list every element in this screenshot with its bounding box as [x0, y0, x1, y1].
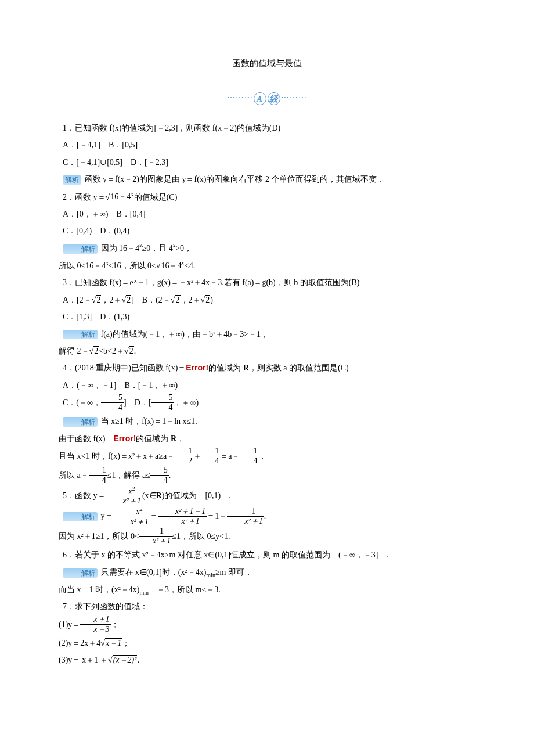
error-text: Error!	[114, 434, 136, 443]
exercise-page: 函数的值域与最值 ⋯⋯⋯A级⋯⋯⋯ 1．已知函数 f(x)的值域为[－2,3]，…	[0, 0, 534, 704]
q2-stem: 2．函数 y＝√16－4x的值域是(C)	[46, 188, 488, 206]
q6-stem: 6．若关于 x 的不等式 x²－4x≥m 对任意 x∈(0,1]恒成立，则 m …	[46, 546, 488, 563]
q1-solution-text: 函数 y＝f(x－2)的图象是由 y＝f(x)的图象向右平移 2 个单位而得到的…	[82, 175, 385, 183]
q2-opt-ab: A．[0，＋∞) B．[0,4]	[46, 206, 488, 222]
q4-ans-line2: 由于函数 f(x)＝Error!的值域为 R，	[46, 430, 488, 447]
q1-answer: 解析 函数 y＝f(x－2)的图象是由 y＝f(x)的图象向右平移 2 个单位而…	[46, 171, 488, 188]
q2-ans-line2: 所以 0≤16－4x<16，所以 0≤√16－4x<4.	[46, 257, 488, 274]
level-badge: ⋯⋯⋯A级⋯⋯⋯	[46, 92, 488, 105]
q4-ans-line4: 所以 a－14≤1，解得 a≤54.	[46, 466, 488, 485]
page-title: 函数的值域与最值	[46, 58, 488, 69]
badge-dots-right: ⋯⋯⋯	[281, 93, 307, 102]
q3-stem: 3．已知函数 f(x)＝eˣ－1，g(x)＝－x²＋4x－3.若有 f(a)＝g…	[46, 274, 488, 291]
q1-stem: 1．已知函数 f(x)的值域为[－2,3]，则函数 f(x－2)的值域为(D)	[46, 120, 488, 136]
q2-ans-line1: 解析 因为 16－4x≥0，且 4x>0，	[46, 239, 488, 257]
q4-opt-ab: A．(－∞，－1] B．[－1，＋∞)	[46, 377, 488, 394]
q4-stem: 4．(2018·重庆期中)已知函数 f(x)＝Error!的值域为 R，则实数 …	[46, 359, 488, 376]
q5-ans-line2: 因为 x²＋1≥1，所以 0<1x²＋1≤1，所以 0≤y<1.	[46, 527, 488, 546]
q1-opt-cd: C．[－4,1]∪[0,5] D．[－2,3]	[46, 154, 488, 171]
solution-label: 解析	[63, 175, 81, 185]
q7-stem: 7．求下列函数的值域：	[46, 598, 488, 615]
solution-label: 解析	[63, 417, 98, 427]
q5-stem: 5．函数 y＝x2x²＋1(x∈R)的值域为 [0,1) .	[46, 486, 488, 507]
q3-ans-line1: 解析 f(a)的值域为(－1，＋∞)，由－b²＋4b－3>－1，	[46, 326, 488, 343]
q5-ans-line1: 解析 y＝x2x²＋1＝x²＋1－1x²＋1＝1－1x²＋1.	[46, 506, 488, 527]
solution-label: 解析	[63, 244, 98, 254]
q3-ans-line2: 解得 2－√2<b<2＋√2.	[46, 343, 488, 359]
q4-ans-line1: 解析 当 x≥1 时，f(x)＝1－ln x≤1.	[46, 413, 488, 430]
q1-opt-ab: A．[－4,1] B．[0,5]	[46, 136, 488, 153]
solution-label: 解析	[63, 568, 98, 578]
q2-opt-cd: C．[0,4) D．(0,4)	[46, 222, 488, 239]
solution-label: 解析	[63, 330, 98, 339]
q4-opt-cd: C．(－∞，54] D．[54，＋∞)	[46, 394, 488, 413]
error-text: Error!	[186, 363, 208, 372]
q3-opt-ab: A．[2－√2，2＋√2] B．(2－√2，2＋√2)	[46, 291, 488, 308]
q6-ans-line2: 而当 x＝1 时，(x²－4x)min＝－3，所以 m≤－3.	[46, 581, 488, 599]
q7-sub2: (2)y＝2x＋4√x－1；	[46, 635, 488, 651]
q4-ans-line3: 且当 x<1 时，f(x)＝x²＋x＋a≥a－12＋14＝a－14，	[46, 447, 488, 466]
q7-sub1: (1)y＝x＋1x－3；	[46, 615, 488, 635]
q7-sub3: (3)y＝|x＋1|＋√(x－2)².	[46, 651, 488, 668]
q3-opt-cd: C．[1,3] D．(1,3)	[46, 308, 488, 325]
q6-ans-line1: 解析 只需要在 x∈(0,1]时，(x²－4x)min≥m 即可．	[46, 564, 488, 581]
badge-letter: A	[254, 92, 266, 105]
solution-label: 解析	[63, 512, 98, 521]
badge-char: 级	[268, 92, 280, 105]
badge-dots-left: ⋯⋯⋯	[227, 93, 253, 102]
